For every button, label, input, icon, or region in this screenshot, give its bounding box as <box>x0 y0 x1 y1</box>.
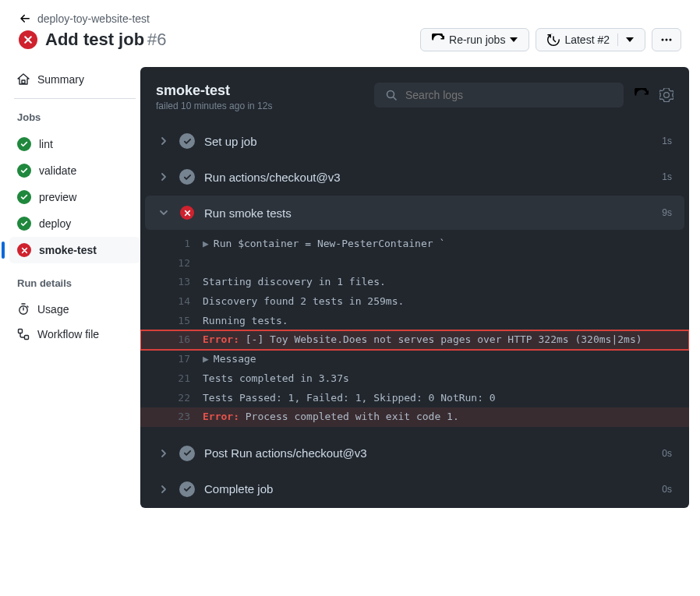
home-icon <box>17 73 30 86</box>
chevron-icon <box>157 172 170 182</box>
step-row[interactable]: Complete job0s <box>145 472 684 506</box>
step-duration: 9s <box>662 207 672 218</box>
rerun-jobs-button[interactable]: Re-run jobs <box>420 28 529 51</box>
log-line: 12 <box>140 254 689 273</box>
job-subtitle: failed 10 minutes ago in 12s <box>156 101 272 111</box>
step-name: Run smoke tests <box>204 206 652 220</box>
sidebar-job-lint[interactable]: lint <box>9 131 140 157</box>
log-line: 17▶Message <box>140 350 689 369</box>
kebab-icon <box>660 34 673 46</box>
log-settings-button[interactable] <box>659 88 673 102</box>
check-icon <box>179 133 195 149</box>
status-fail-icon <box>19 30 37 49</box>
job-title: smoke-test <box>156 83 272 99</box>
success-icon <box>17 137 31 151</box>
step-row[interactable]: Post Run actions/checkout@v30s <box>145 436 684 471</box>
fail-icon <box>17 243 31 257</box>
job-label: deploy <box>39 217 71 230</box>
success-icon <box>17 217 31 231</box>
workflow-icon <box>17 328 30 340</box>
step-name: Set up job <box>204 135 652 148</box>
log-output: 1▶Run $container = New-PesterContainer `… <box>140 231 689 435</box>
caret-down-icon <box>510 37 518 42</box>
breadcrumb-label: deploy-toy-website-test <box>37 12 150 25</box>
sidebar-workflow-file[interactable]: Workflow file <box>9 322 140 347</box>
latest-run-button[interactable]: Latest #2 <box>536 28 645 51</box>
chevron-icon <box>157 136 170 146</box>
log-line: 13Starting discovery in 1 files. <box>140 273 689 292</box>
log-line: 1▶Run $container = New-PesterContainer ` <box>140 235 689 254</box>
step-row[interactable]: Set up job1s <box>145 124 684 158</box>
check-icon <box>179 169 195 185</box>
caret-down-icon <box>626 37 634 42</box>
breadcrumb-back[interactable]: deploy-toy-website-test <box>19 12 681 25</box>
jobs-heading: Jobs <box>9 108 140 131</box>
log-panel: smoke-test failed 10 minutes ago in 12s … <box>140 67 689 508</box>
stopwatch-icon <box>17 303 30 316</box>
log-line: 22Tests Passed: 1, Failed: 1, Skipped: 0… <box>140 389 689 408</box>
run-details-heading: Run details <box>9 274 140 297</box>
log-line: 16Error: [-] Toy Website.Does not serves… <box>140 330 689 350</box>
chevron-icon <box>157 449 170 458</box>
search-input[interactable] <box>405 89 613 101</box>
search-icon <box>385 89 398 101</box>
success-icon <box>17 190 31 204</box>
refresh-logs-button[interactable] <box>635 88 649 102</box>
sidebar-summary[interactable]: Summary <box>9 67 140 92</box>
log-search[interactable] <box>374 83 624 108</box>
step-name: Post Run actions/checkout@v3 <box>204 446 652 460</box>
job-label: smoke-test <box>39 244 97 256</box>
sync-icon <box>432 34 444 46</box>
sidebar-job-validate[interactable]: validate <box>9 157 140 184</box>
job-label: lint <box>39 138 53 150</box>
step-row[interactable]: Run smoke tests9s <box>145 196 684 230</box>
arrow-left-icon <box>19 12 31 25</box>
sidebar-job-smoke-test[interactable]: smoke-test <box>9 237 140 263</box>
step-name: Run actions/checkout@v3 <box>204 171 652 184</box>
step-row[interactable]: Run actions/checkout@v31s <box>145 160 684 194</box>
check-icon <box>179 481 195 497</box>
chevron-icon <box>157 485 170 494</box>
job-label: validate <box>39 164 76 177</box>
sidebar: Summary Jobs lintvalidatepreviewdeploysm… <box>0 67 140 508</box>
fail-icon <box>180 206 194 220</box>
run-number: #6 <box>147 30 166 49</box>
history-icon <box>547 34 560 46</box>
step-duration: 0s <box>662 484 672 495</box>
sidebar-job-preview[interactable]: preview <box>9 184 140 210</box>
log-line: 21Tests completed in 3.37s <box>140 369 689 389</box>
chevron-icon <box>157 208 170 217</box>
check-icon <box>179 446 195 461</box>
step-duration: 1s <box>662 171 672 182</box>
run-title: Add test job <box>45 30 144 49</box>
step-duration: 1s <box>662 136 672 146</box>
step-duration: 0s <box>662 448 672 459</box>
sidebar-usage[interactable]: Usage <box>9 297 140 322</box>
step-name: Complete job <box>204 482 652 495</box>
more-actions-button[interactable] <box>652 28 681 51</box>
success-icon <box>17 164 31 178</box>
sidebar-job-deploy[interactable]: deploy <box>9 210 140 237</box>
log-line: 15Running tests. <box>140 312 689 331</box>
log-line: 23Error: Process completed with exit cod… <box>140 407 689 427</box>
log-line: 14Discovery found 2 tests in 259ms. <box>140 292 689 312</box>
job-label: preview <box>39 191 76 203</box>
